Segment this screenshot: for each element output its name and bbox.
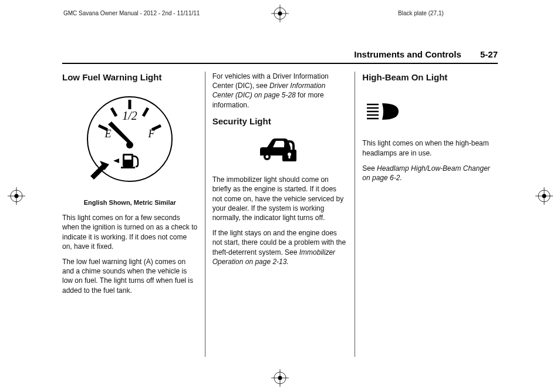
svg-line-20 [112, 108, 116, 116]
security-light-figure [212, 133, 348, 168]
body-text: The immobilizer light should come on bri… [212, 175, 348, 222]
cross-reference: Headlamp High/Low-Beam Changer on page 6… [362, 164, 490, 182]
page-number: 5-27 [480, 49, 498, 59]
svg-rect-28 [124, 156, 131, 160]
body-text: This light comes on for a few seconds wh… [62, 213, 198, 251]
svg-rect-37 [289, 154, 291, 158]
svg-marker-30 [113, 158, 119, 163]
heading-high-beam: High-Beam On Light [362, 72, 498, 83]
svg-text:F: F [148, 128, 156, 140]
heading-low-fuel: Low Fuel Warning Light [62, 72, 198, 83]
registration-mark-icon [271, 5, 289, 22]
content-columns: Low Fuel Warning Light 1/2 E F [62, 72, 498, 357]
svg-point-34 [266, 156, 269, 158]
body-text: This light comes on when the high-beam h… [362, 138, 498, 157]
svg-text:1/2: 1/2 [123, 109, 138, 122]
body-text: If the light stays on and the engine doe… [212, 228, 348, 266]
fuel-gauge-figure: 1/2 E F [62, 89, 198, 191]
svg-marker-25 [108, 121, 131, 145]
heading-security-light: Security Light [212, 116, 348, 127]
body-text: The low fuel warning light (A) comes on … [62, 257, 198, 295]
page-header: Instruments and Controls 5-27 [62, 49, 498, 64]
registration-mark-icon [8, 187, 25, 205]
high-beam-icon [366, 101, 401, 122]
column-2: For vehicles with a Driver Information C… [205, 72, 355, 357]
svg-rect-29 [121, 167, 135, 168]
print-doc-title: GMC Savana Owner Manual - 2012 - 2nd - 1… [63, 10, 200, 16]
svg-line-21 [143, 108, 148, 116]
column-3: High-Beam On Light This light comes on w… [355, 72, 498, 357]
registration-mark-icon [535, 187, 553, 205]
print-plate-info: Black plate (27,1) [398, 10, 444, 16]
body-text: See Headlamp High/Low-Beam Changer on pa… [362, 164, 498, 183]
column-1: Low Fuel Warning Light 1/2 E F [62, 72, 205, 357]
chapter-title: Instruments and Controls [354, 49, 461, 59]
registration-mark-icon [271, 369, 289, 387]
security-light-icon [257, 133, 303, 165]
fuel-gauge-icon: 1/2 E F [80, 89, 180, 189]
high-beam-figure [366, 101, 498, 124]
svg-point-26 [126, 141, 133, 148]
svg-text:E: E [104, 128, 112, 140]
body-text: For vehicles with a Driver Information C… [212, 72, 348, 110]
figure-caption: English Shown, Metric Similar [62, 198, 198, 207]
